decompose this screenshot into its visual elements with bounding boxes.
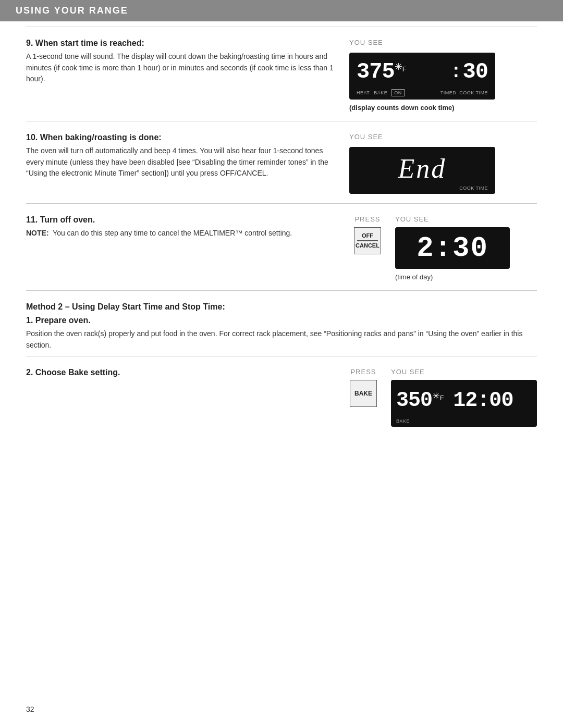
section-10-body: The oven will turn off automatically and…: [26, 145, 339, 179]
indicator-on: ON: [391, 89, 405, 96]
display-350-bake-label: BAKE: [396, 418, 410, 424]
caption-11: (time of day): [395, 273, 510, 281]
section-10-left: 10. When baking/roasting is done: The ov…: [26, 133, 349, 179]
press-label-m2s2: PRESS: [350, 368, 376, 376]
section-11-heading: 11. Turn off oven.: [26, 215, 339, 225]
caption-9: (display counts down cook time): [349, 104, 455, 112]
section-9-body: A 1-second tone will sound. The display …: [26, 51, 339, 85]
section-9-right: YOU SEE 375✳F : 30 HEAT BAKE ON: [349, 39, 537, 112]
section-10-row: 10. When baking/roasting is done: The ov…: [26, 121, 537, 203]
page-title: USING YOUR RANGE: [16, 5, 128, 16]
method2-step2-row: 2. Choose Bake setting. PRESS BAKE YOU S…: [26, 356, 537, 436]
display-375: 375✳F : 30 HEAT BAKE ON TIMED CO: [349, 53, 495, 100]
you-see-label-9: YOU SEE: [349, 39, 383, 46]
section-11-row: 11. Turn off oven. NOTE: You can do this…: [26, 204, 537, 290]
press-col-11: PRESS OFF CANCEL: [349, 215, 386, 254]
you-see-label-m2s2: YOU SEE: [391, 368, 537, 376]
press-col-m2s2: PRESS BAKE: [345, 368, 382, 407]
display-end: End COOK TIME: [349, 147, 495, 194]
section-11-left: 11. Turn off oven. NOTE: You can do this…: [26, 215, 349, 239]
section-9-row: 9. When start time is reached: A 1-secon…: [26, 27, 537, 121]
indicator-bake: BAKE: [374, 90, 387, 95]
method2-section: Method 2 – Using Delay Start Time and St…: [26, 291, 537, 356]
off-cancel-button[interactable]: OFF CANCEL: [354, 227, 381, 254]
display-350-temp: 350: [396, 390, 432, 411]
method2-step2-left: 2. Choose Bake setting.: [26, 368, 345, 380]
yousee-col-m2s2: YOU SEE 350✳F 12:00 BAKE: [391, 368, 537, 427]
display-350: 350✳F 12:00 BAKE: [391, 380, 537, 427]
press-label-11: PRESS: [354, 215, 380, 223]
bake-button[interactable]: BAKE: [350, 380, 377, 407]
method2-step1-body: Position the oven rack(s) properly and p…: [26, 328, 537, 351]
section-11-right: PRESS OFF CANCEL YOU SEE 2:30 (time of d…: [349, 215, 537, 281]
section-9-left: 9. When start time is reached: A 1-secon…: [26, 39, 349, 85]
yousee-col-11: YOU SEE 2:30 (time of day): [395, 215, 510, 281]
display-350-time: 12:00: [453, 390, 513, 411]
display-230-text: 2:30: [417, 232, 488, 264]
section-10-heading: 10. When baking/roasting is done:: [26, 133, 339, 142]
you-see-label-10: YOU SEE: [349, 133, 383, 141]
section-9-heading: 9. When start time is reached:: [26, 39, 339, 48]
page-number: 32: [26, 705, 34, 713]
press-yousee-m2s2: PRESS BAKE YOU SEE 350✳F 12:00: [345, 368, 537, 427]
indicator-cook-time-2: COOK TIME: [459, 186, 488, 191]
method2-heading: Method 2 – Using Delay Start Time and St…: [26, 302, 537, 312]
indicator-timed: TIMED: [440, 90, 457, 95]
you-see-label-11: YOU SEE: [395, 215, 510, 223]
method2-step1-heading: 1. Prepare oven.: [26, 316, 537, 325]
display-230: 2:30: [395, 227, 510, 269]
display-375-temp: 375: [357, 61, 395, 83]
page-header: USING YOUR RANGE: [0, 0, 563, 21]
section-10-right: YOU SEE End COOK TIME: [349, 133, 537, 194]
display-375-time: 30: [463, 61, 488, 83]
section-11-body: NOTE: You can do this step any time to c…: [26, 228, 339, 239]
method2-step1: 1. Prepare oven. Position the oven rack(…: [26, 316, 537, 351]
indicator-cook-time-1: COOK TIME: [459, 90, 488, 95]
display-end-text: End: [398, 153, 447, 184]
press-yousee-11: PRESS OFF CANCEL YOU SEE 2:30 (time of d…: [349, 215, 510, 281]
method2-step2-heading: 2. Choose Bake setting.: [26, 368, 335, 377]
method2-step2-right: PRESS BAKE YOU SEE 350✳F 12:00: [345, 368, 537, 427]
indicator-heat: HEAT: [357, 90, 370, 95]
